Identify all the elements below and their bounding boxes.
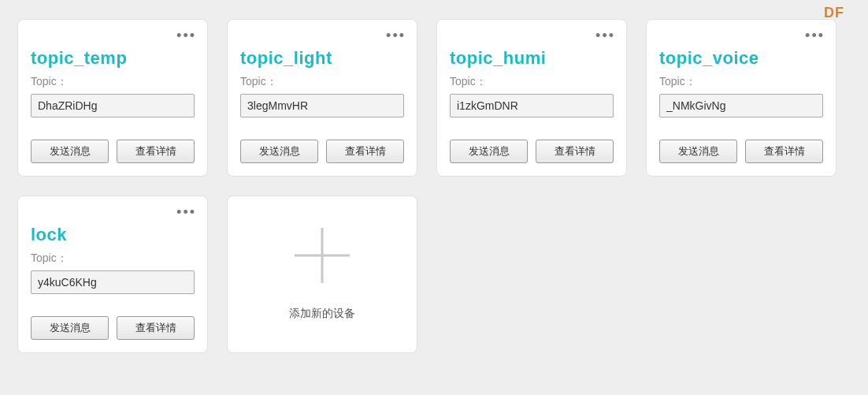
button-row: 发送消息 查看详情 [659, 140, 823, 163]
device-card-topic-temp: ••• topic_temp Topic： 发送消息 查看详情 [17, 19, 208, 177]
topic-input[interactable] [450, 94, 614, 117]
view-details-button[interactable]: 查看详情 [117, 140, 195, 163]
send-message-button[interactable]: 发送消息 [659, 140, 737, 163]
topic-label: Topic： [450, 75, 614, 89]
add-device-label: 添加新的设备 [289, 307, 355, 321]
card-title: topic_voice [659, 48, 823, 69]
button-row: 发送消息 查看详情 [240, 140, 404, 163]
send-message-button[interactable]: 发送消息 [31, 140, 109, 163]
topic-label: Topic： [31, 252, 195, 266]
device-card-lock: ••• lock Topic： 发送消息 查看详情 [17, 196, 208, 353]
send-message-button[interactable]: 发送消息 [240, 140, 318, 163]
device-card-topic-voice: ••• topic_voice Topic： 发送消息 查看详情 [646, 19, 836, 177]
device-card-topic-light: ••• topic_light Topic： 发送消息 查看详情 [227, 19, 417, 177]
plus-icon [295, 228, 350, 283]
view-details-button[interactable]: 查看详情 [326, 140, 404, 163]
topic-input[interactable] [240, 94, 404, 117]
view-details-button[interactable]: 查看详情 [117, 316, 195, 340]
topic-input[interactable] [31, 270, 195, 294]
watermark-prefix: DF [824, 5, 844, 20]
view-details-button[interactable]: 查看详情 [536, 140, 614, 163]
topic-input[interactable] [31, 94, 195, 117]
view-details-button[interactable]: 查看详情 [745, 140, 823, 163]
topic-label: Topic： [240, 75, 404, 89]
card-title: topic_humi [450, 48, 614, 69]
more-icon[interactable]: ••• [386, 28, 406, 44]
card-title: lock [31, 225, 195, 245]
card-title: topic_light [240, 48, 404, 69]
button-row: 发送消息 查看详情 [31, 140, 195, 163]
topic-label: Topic： [659, 75, 823, 89]
topic-label: Topic： [31, 75, 195, 89]
add-device-card[interactable]: 添加新的设备 [227, 196, 417, 353]
topic-input[interactable] [659, 94, 823, 117]
send-message-button[interactable]: 发送消息 [31, 316, 109, 340]
device-card-topic-humi: ••• topic_humi Topic： 发送消息 查看详情 [436, 19, 627, 177]
more-icon[interactable]: ••• [176, 28, 196, 44]
more-icon[interactable]: ••• [595, 28, 615, 44]
send-message-button[interactable]: 发送消息 [450, 140, 528, 163]
button-row: 发送消息 查看详情 [31, 316, 195, 340]
more-icon[interactable]: ••• [176, 204, 196, 221]
card-title: topic_temp [31, 48, 195, 69]
more-icon[interactable]: ••• [805, 28, 825, 44]
device-grid: ••• topic_temp Topic： 发送消息 查看详情 ••• topi… [0, 0, 868, 372]
button-row: 发送消息 查看详情 [450, 140, 614, 163]
